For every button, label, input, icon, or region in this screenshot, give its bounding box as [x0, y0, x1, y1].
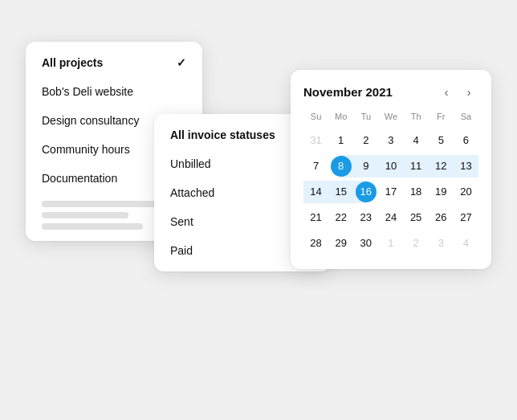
- calendar-day[interactable]: 19: [430, 181, 451, 202]
- calendar-day[interactable]: 30: [356, 233, 377, 254]
- calendar-day[interactable]: 28: [306, 233, 327, 254]
- gray-bar-1: [42, 201, 157, 207]
- calendar-week-row: 2829301234: [303, 230, 478, 256]
- calendar-dropdown: November 2021 ‹ › SuMoTuWeThFrSa31123456…: [291, 70, 491, 269]
- calendar-day-cell: 20: [454, 179, 478, 205]
- calendar-day[interactable]: 15: [331, 181, 352, 202]
- calendar-day[interactable]: 12: [430, 156, 451, 177]
- calendar-day-cell: 1: [378, 230, 403, 256]
- calendar-day-cell: 29: [328, 230, 353, 256]
- calendar-day[interactable]: 14: [306, 181, 327, 202]
- calendar-day-header: Th: [404, 112, 429, 124]
- calendar-day-header: Fr: [429, 112, 454, 124]
- calendar-week-row: 78910111213: [303, 153, 478, 179]
- calendar-day-header: Sa: [454, 112, 478, 124]
- calendar-day-cell: 26: [429, 205, 454, 230]
- calendar-day[interactable]: 29: [331, 233, 352, 254]
- projects-item-label: Bob's Deli website: [42, 85, 133, 98]
- calendar-day-cell: 17: [378, 179, 403, 205]
- calendar-day-cell: 4: [404, 128, 429, 153]
- calendar-day[interactable]: 20: [455, 181, 476, 202]
- calendar-day-cell: 2: [353, 128, 378, 153]
- calendar-day[interactable]: 23: [356, 207, 377, 228]
- calendar-day-cell: 9: [353, 153, 378, 179]
- calendar-day[interactable]: 4: [455, 233, 476, 254]
- calendar-day[interactable]: 26: [430, 207, 451, 228]
- calendar-day[interactable]: 1: [381, 233, 401, 254]
- calendar-day-cell: 15: [328, 179, 353, 205]
- calendar-body: SuMoTuWeThFrSa31123456789101112131415161…: [303, 112, 478, 256]
- calendar-day[interactable]: 21: [306, 207, 327, 228]
- calendar-week-row: 21222324252627: [303, 205, 478, 230]
- calendar-day[interactable]: 4: [405, 130, 426, 151]
- calendar-day-cell: 28: [303, 230, 328, 256]
- calendar-day[interactable]: 22: [331, 207, 352, 228]
- gray-bar-3: [42, 223, 143, 230]
- calendar-day-cell: 5: [429, 128, 454, 153]
- calendar-day[interactable]: 5: [430, 130, 451, 151]
- calendar-day-cell: 11: [404, 153, 429, 179]
- gray-bar-2: [42, 212, 128, 218]
- calendar-day-cell: 25: [404, 205, 429, 230]
- calendar-day-cell: 6: [454, 128, 478, 153]
- calendar-day[interactable]: 24: [381, 207, 401, 228]
- calendar-day-cell: 3: [378, 128, 403, 153]
- calendar-week-row: 31123456: [303, 128, 478, 153]
- projects-item-label: Design consultancy: [42, 114, 139, 127]
- calendar-day-header: We: [378, 112, 403, 124]
- calendar-day-cell: 12: [429, 153, 454, 179]
- calendar-day[interactable]: 18: [405, 181, 426, 202]
- calendar-day-cell: 2: [404, 230, 429, 256]
- calendar-day-cell: 1: [328, 128, 353, 153]
- calendar-day[interactable]: 25: [405, 207, 426, 228]
- calendar-day[interactable]: 16: [356, 181, 377, 202]
- calendar-title: November 2021: [303, 85, 393, 99]
- projects-item-all[interactable]: All projects ✓: [26, 48, 202, 77]
- invoices-item-label: All invoice statuses: [170, 128, 275, 141]
- calendar-prev-button[interactable]: ‹: [437, 83, 456, 102]
- calendar-day-cell: 10: [378, 153, 403, 179]
- invoices-item-label: Sent: [170, 215, 193, 228]
- calendar-day[interactable]: 27: [455, 207, 476, 228]
- calendar-day[interactable]: 3: [430, 233, 451, 254]
- calendar-day[interactable]: 17: [381, 181, 401, 202]
- calendar-day-cell: 8: [328, 153, 353, 179]
- calendar-day-cell: 3: [429, 230, 454, 256]
- projects-item-label: All projects: [42, 56, 103, 69]
- projects-item-label: Community hours: [42, 143, 130, 156]
- calendar-day[interactable]: 11: [405, 156, 426, 177]
- calendar-week-row: 14151617181920: [303, 179, 478, 205]
- calendar-day-cell: 22: [328, 205, 353, 230]
- calendar-day-cell: 14: [303, 179, 328, 205]
- calendar-day-cell: 27: [454, 205, 478, 230]
- calendar-day[interactable]: 2: [405, 233, 426, 254]
- calendar-day-header: Tu: [353, 112, 378, 124]
- calendar-day[interactable]: 31: [306, 130, 327, 151]
- calendar-day-cell: 7: [303, 153, 328, 179]
- calendar-day[interactable]: 8: [331, 156, 352, 177]
- calendar-day-cell: 4: [454, 230, 478, 256]
- calendar-day[interactable]: 3: [381, 130, 401, 151]
- calendar-day[interactable]: 10: [381, 156, 401, 177]
- projects-item-bobs[interactable]: Bob's Deli website: [26, 77, 202, 106]
- calendar-day-cell: 16: [353, 179, 378, 205]
- calendar-day-cell: 23: [353, 205, 378, 230]
- calendar-day[interactable]: 6: [455, 130, 476, 151]
- calendar-day-cell: 13: [454, 153, 478, 179]
- calendar-day[interactable]: 2: [356, 130, 377, 151]
- calendar-day-cell: 24: [378, 205, 403, 230]
- calendar-day-header: Mo: [328, 112, 353, 124]
- calendar-day[interactable]: 13: [455, 156, 476, 177]
- calendar-next-button[interactable]: ›: [459, 83, 478, 102]
- calendar-day-cell: 18: [404, 179, 429, 205]
- calendar-header: November 2021 ‹ ›: [303, 83, 478, 102]
- calendar-day[interactable]: 1: [331, 130, 352, 151]
- calendar-day[interactable]: 9: [356, 156, 377, 177]
- projects-item-label: Documentation: [42, 172, 117, 185]
- calendar-day-header: Su: [303, 112, 328, 124]
- scene: All projects ✓ Bob's Deli website Design…: [26, 26, 491, 395]
- check-icon: ✓: [177, 56, 186, 69]
- calendar-day-cell: 21: [303, 205, 328, 230]
- calendar-day-cell: 31: [303, 128, 328, 153]
- calendar-day[interactable]: 7: [306, 156, 327, 177]
